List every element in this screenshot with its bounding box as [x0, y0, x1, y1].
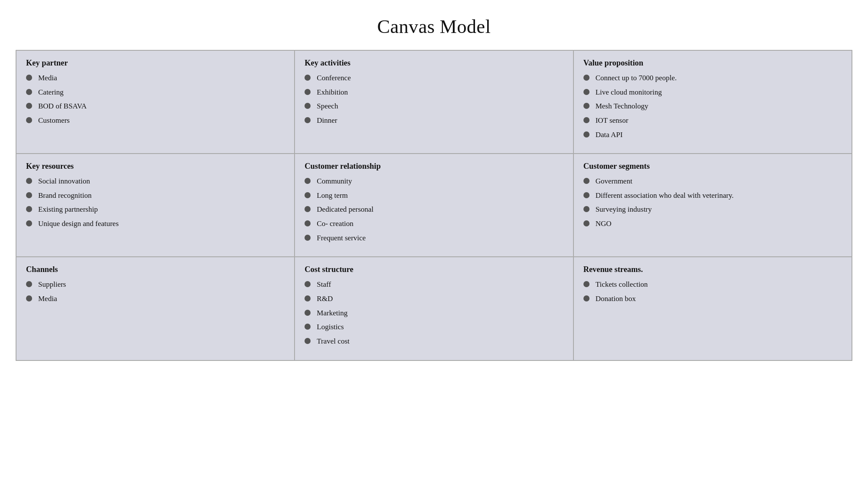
list-item-text: Donation box: [596, 294, 636, 305]
list-item: Government: [583, 176, 842, 187]
list-item: BOD of BSAVA: [26, 101, 285, 112]
bullet-icon: [305, 295, 311, 301]
cell-value-proposition: Value propositionConnect up to 7000 peop…: [574, 51, 852, 154]
bullet-icon: [583, 89, 590, 95]
bullet-icon: [583, 117, 590, 123]
list-item: Donation box: [583, 294, 842, 305]
list-item-text: Long term: [317, 190, 347, 201]
bullet-icon: [305, 117, 311, 123]
list-item-text: Suppliers: [38, 279, 66, 290]
list-item: Dinner: [305, 115, 563, 126]
list-item-text: Dinner: [317, 115, 337, 126]
list-item: Catering: [26, 87, 285, 98]
bullet-icon: [26, 117, 32, 123]
list-item: Data API: [583, 130, 842, 141]
list-item-text: Brand recognition: [38, 190, 92, 201]
list-item-text: Marketing: [317, 308, 347, 319]
bullet-icon: [26, 206, 32, 212]
cell-title-customer-relationship: Customer relationship: [305, 162, 563, 171]
list-item-text: Mesh Technology: [596, 101, 649, 112]
list-item: Mesh Technology: [583, 101, 842, 112]
cell-title-key-activities: Key activities: [305, 59, 563, 68]
cell-list-channels: SuppliersMedia: [26, 279, 285, 304]
cell-list-key-resources: Social innovationBrand recognitionExisti…: [26, 176, 285, 229]
list-item: Live cloud monitoring: [583, 87, 842, 98]
list-item-text: IOT sensor: [596, 115, 629, 126]
list-item: Unique design and features: [26, 219, 285, 229]
list-item-text: Data API: [596, 130, 623, 141]
list-item: Exhibition: [305, 87, 563, 98]
page-title: Canvas Model: [0, 0, 868, 50]
cell-list-value-proposition: Connect up to 7000 people.Live cloud mon…: [583, 73, 842, 140]
list-item-text: R&D: [317, 294, 333, 305]
list-item: Existing partnership: [26, 204, 285, 215]
list-item-text: Social innovation: [38, 176, 90, 187]
bullet-icon: [583, 281, 590, 287]
bullet-icon: [305, 281, 311, 287]
bullet-icon: [305, 178, 311, 184]
list-item-text: Frequent service: [317, 233, 366, 244]
list-item: Brand recognition: [26, 190, 285, 201]
list-item: Surveying industry: [583, 204, 842, 215]
bullet-icon: [583, 220, 590, 226]
list-item-text: Co- creation: [317, 219, 354, 229]
cell-key-partner: Key partnerMediaCateringBOD of BSAVACust…: [16, 51, 295, 154]
list-item-text: Logistics: [317, 322, 344, 333]
cell-list-cost-structure: StaffR&DMarketingLogisticsTravel cost: [305, 279, 563, 347]
bullet-icon: [26, 103, 32, 109]
list-item: Tickets collection: [583, 279, 842, 290]
list-item-text: Speech: [317, 101, 338, 112]
bullet-icon: [583, 295, 590, 301]
list-item-text: Media: [38, 294, 57, 305]
cell-list-key-partner: MediaCateringBOD of BSAVACustomers: [26, 73, 285, 126]
list-item-text: Travel cost: [317, 336, 349, 347]
bullet-icon: [305, 206, 311, 212]
cell-title-revenue-streams: Revenue streams.: [583, 265, 842, 274]
list-item-text: Community: [317, 176, 352, 187]
list-item-text: Dedicated personal: [317, 204, 373, 215]
cell-customer-segments: Customer segmentsGovernmentDifferent ass…: [574, 154, 852, 257]
list-item: Co- creation: [305, 219, 563, 229]
cell-key-resources: Key resourcesSocial innovationBrand reco…: [16, 154, 295, 257]
cell-list-customer-relationship: CommunityLong termDedicated personalCo- …: [305, 176, 563, 243]
list-item: Customers: [26, 115, 285, 126]
list-item: Conference: [305, 73, 563, 84]
list-item: Connect up to 7000 people.: [583, 73, 842, 84]
bullet-icon: [26, 281, 32, 287]
list-item: Community: [305, 176, 563, 187]
bullet-icon: [26, 178, 32, 184]
cell-cost-structure: Cost structureStaffR&DMarketingLogistics…: [295, 257, 573, 360]
bullet-icon: [583, 75, 590, 81]
bullet-icon: [26, 192, 32, 198]
list-item: Staff: [305, 279, 563, 290]
cell-title-value-proposition: Value proposition: [583, 59, 842, 68]
bullet-icon: [305, 192, 311, 198]
cell-title-customer-segments: Customer segments: [583, 162, 842, 171]
bullet-icon: [305, 89, 311, 95]
list-item: R&D: [305, 294, 563, 305]
list-item-text: Exhibition: [317, 87, 348, 98]
cell-list-key-activities: ConferenceExhibitionSpeechDinner: [305, 73, 563, 126]
list-item: Dedicated personal: [305, 204, 563, 215]
bullet-icon: [583, 206, 590, 212]
list-item: Logistics: [305, 322, 563, 333]
list-item-text: Unique design and features: [38, 219, 119, 229]
canvas-grid: Key partnerMediaCateringBOD of BSAVACust…: [16, 50, 852, 361]
bullet-icon: [583, 192, 590, 198]
bullet-icon: [26, 220, 32, 226]
list-item: Different association who deal with vete…: [583, 190, 842, 201]
cell-title-channels: Channels: [26, 265, 285, 274]
list-item: Media: [26, 73, 285, 84]
list-item-text: Catering: [38, 87, 64, 98]
cell-list-revenue-streams: Tickets collectionDonation box: [583, 279, 842, 304]
bullet-icon: [583, 178, 590, 184]
bullet-icon: [305, 103, 311, 109]
bullet-icon: [305, 338, 311, 344]
list-item-text: Conference: [317, 73, 350, 84]
list-item: Speech: [305, 101, 563, 112]
cell-title-key-resources: Key resources: [26, 162, 285, 171]
list-item-text: Live cloud monitoring: [596, 87, 662, 98]
bullet-icon: [583, 103, 590, 109]
list-item-text: Government: [596, 176, 632, 187]
list-item: Travel cost: [305, 336, 563, 347]
